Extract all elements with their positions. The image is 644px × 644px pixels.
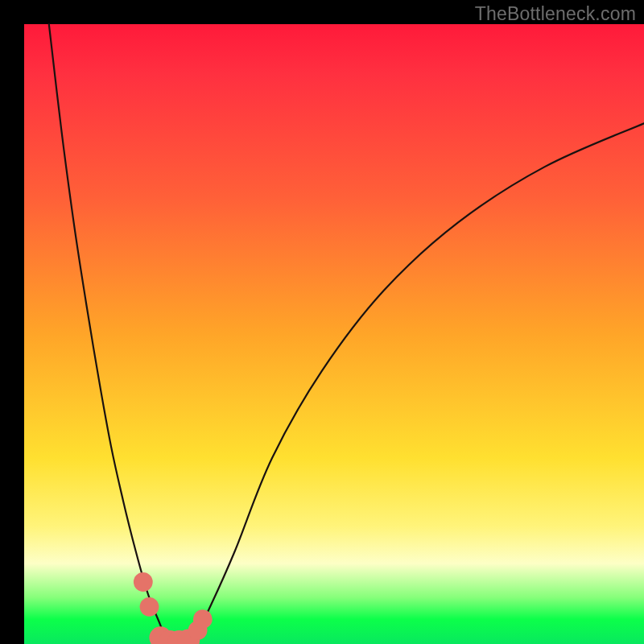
right-curve	[192, 123, 644, 644]
chart-svg	[24, 24, 644, 644]
chart-frame: TheBottleneck.com	[0, 0, 644, 644]
plot-area	[24, 24, 644, 644]
data-marker	[140, 597, 159, 617]
data-marker	[134, 572, 153, 592]
data-marker	[193, 609, 213, 629]
markers-group	[134, 572, 213, 644]
watermark-text: TheBottleneck.com	[475, 3, 636, 25]
left-curve	[49, 24, 167, 644]
